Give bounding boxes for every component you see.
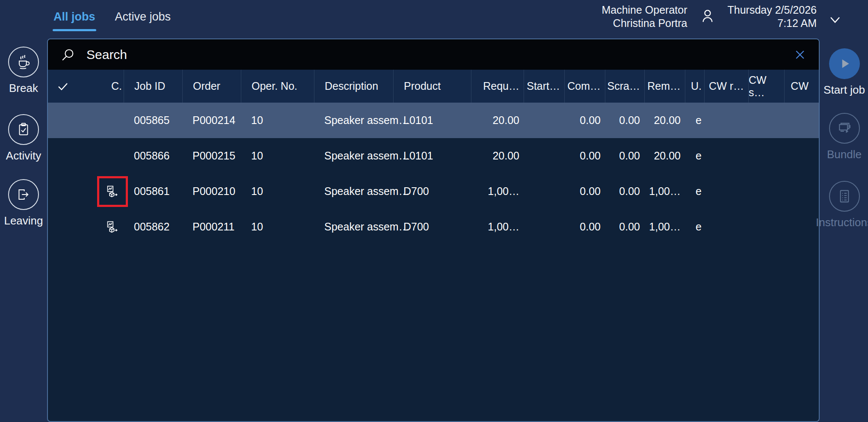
search-bar[interactable]: Search	[48, 39, 819, 70]
left-action-rail: Break Activity Leaving	[0, 38, 47, 227]
cell-description: Speaker assem…	[314, 174, 393, 209]
column-header-start[interactable]: Start…	[524, 70, 564, 103]
chevron-down-icon[interactable]	[829, 15, 841, 27]
cell-cw-r	[704, 138, 748, 174]
cell-product: D700	[393, 209, 471, 245]
leaving-button[interactable]: Leaving	[0, 179, 47, 227]
select-all-check-icon	[56, 80, 69, 93]
column-header-cw-s[interactable]: CW s…	[748, 70, 784, 103]
cell-job-id: 005862	[124, 209, 182, 245]
cell-select	[48, 103, 101, 138]
cell-order: P000215	[182, 138, 241, 174]
column-header-scra[interactable]: Scra…	[605, 70, 644, 103]
user-area: Machine Operator Christina Portra Thursd…	[601, 3, 841, 30]
cell-order: P000211	[182, 209, 241, 245]
cell-oper-no: 10	[241, 174, 314, 209]
cell-u: e	[685, 138, 704, 174]
cell-cw-s	[748, 138, 784, 174]
top-bar: All jobs Active jobs Machine Operator Ch…	[0, 0, 868, 38]
bundle-label: Bundle	[827, 148, 862, 161]
tab-all-jobs[interactable]: All jobs	[53, 8, 96, 31]
column-header-requ[interactable]: Requ…	[471, 70, 524, 103]
cell-scra: 0.00	[605, 138, 644, 174]
table-row[interactable]: 005862P00021110Speaker assem…D7001,00…0.…	[48, 209, 819, 245]
cell-start	[524, 103, 564, 138]
production-floor-execution-app: All jobs Active jobs Machine Operator Ch…	[0, 0, 868, 422]
column-header-u[interactable]: U.	[685, 70, 704, 103]
cell-rem: 20.00	[644, 103, 685, 138]
cell-cw-r	[704, 174, 748, 209]
cell-requ: 1,00…	[471, 209, 524, 245]
cell-select	[48, 138, 101, 174]
cell-job-id: 005865	[124, 103, 182, 138]
cell-com: 0.00	[564, 174, 605, 209]
tab-active-jobs[interactable]: Active jobs	[114, 8, 172, 31]
cell-cw-r	[704, 209, 748, 245]
start-job-label: Start job	[824, 83, 865, 97]
instructions-button[interactable]: Instructions	[821, 181, 868, 229]
instructions-icon	[829, 181, 860, 212]
cell-cw-r	[704, 103, 748, 138]
cell-start	[524, 138, 564, 174]
column-header-select[interactable]	[48, 70, 101, 103]
column-header-c[interactable]: C.	[101, 70, 124, 103]
clipboard-check-icon	[8, 114, 39, 145]
cell-description: Speaker assem…	[314, 103, 393, 138]
sign-out-icon	[8, 179, 39, 210]
column-header-order[interactable]: Order	[182, 70, 241, 103]
cell-scra: 0.00	[605, 209, 644, 245]
material-available-icon[interactable]	[106, 220, 119, 234]
cell-u: e	[685, 209, 704, 245]
cell-com: 0.00	[564, 209, 605, 245]
cell-rem: 1,00…	[644, 209, 685, 245]
close-icon[interactable]	[794, 49, 806, 61]
cell-cw	[784, 174, 817, 209]
cell-product: D700	[393, 174, 471, 209]
cell-rem: 1,00…	[644, 174, 685, 209]
cell-select	[48, 174, 101, 209]
right-action-rail: Start job Bundle	[821, 38, 868, 229]
instructions-label: Instructions	[816, 216, 868, 229]
cell-scra: 0.00	[605, 103, 644, 138]
cell-com: 0.00	[564, 138, 605, 174]
table-row[interactable]: 005866P00021510Speaker assem…L010120.000…	[48, 138, 819, 174]
cell-u: e	[685, 103, 704, 138]
column-header-job-id[interactable]: Job ID	[124, 70, 182, 103]
column-header-description[interactable]: Description	[314, 70, 393, 103]
column-header-oper-no[interactable]: Oper. No.	[241, 70, 314, 103]
cell-order: P000214	[182, 103, 241, 138]
cell-c	[101, 103, 124, 138]
cell-cw-s	[748, 209, 784, 245]
cell-start	[524, 174, 564, 209]
column-header-rem[interactable]: Rem…	[644, 70, 685, 103]
column-header-product[interactable]: Product	[393, 70, 471, 103]
break-button[interactable]: Break	[0, 47, 47, 95]
activity-button[interactable]: Activity	[0, 114, 47, 162]
jobs-panel: Search C.Job IDOrderOper. No.Description…	[47, 38, 820, 422]
cell-order: P000210	[182, 174, 241, 209]
table-header-row: C.Job IDOrderOper. No.DescriptionProduct…	[48, 70, 819, 103]
column-header-com[interactable]: Com…	[564, 70, 605, 103]
cell-c	[101, 138, 124, 174]
cell-requ: 1,00…	[471, 174, 524, 209]
cell-start	[524, 209, 564, 245]
tab-bar: All jobs Active jobs	[53, 8, 172, 31]
cell-com: 0.00	[564, 103, 605, 138]
search-input[interactable]: Search	[86, 47, 127, 62]
cell-rem: 20.00	[644, 138, 685, 174]
bundle-button[interactable]: Bundle	[821, 113, 868, 161]
start-job-button[interactable]: Start job	[821, 48, 868, 97]
coffee-icon	[8, 47, 39, 77]
table-body: 005865P00021410Speaker assem…L010120.000…	[48, 103, 819, 245]
table-row[interactable]: 005865P00021410Speaker assem…L010120.000…	[48, 103, 819, 138]
cell-scra: 0.00	[605, 174, 644, 209]
table-row[interactable]: 005861P00021010Speaker assem…D7001,00…0.…	[48, 174, 819, 209]
cell-product: L0101	[393, 103, 471, 138]
operator-info: Machine Operator Christina Portra	[601, 3, 687, 30]
cell-requ: 20.00	[471, 103, 524, 138]
column-header-cw[interactable]: CW	[784, 70, 817, 103]
datetime: Thursday 2/5/2026 7:12 AM	[728, 3, 817, 30]
cell-product: L0101	[393, 138, 471, 174]
time-label: 7:12 AM	[728, 17, 817, 30]
column-header-cw-r[interactable]: CW r…	[704, 70, 748, 103]
